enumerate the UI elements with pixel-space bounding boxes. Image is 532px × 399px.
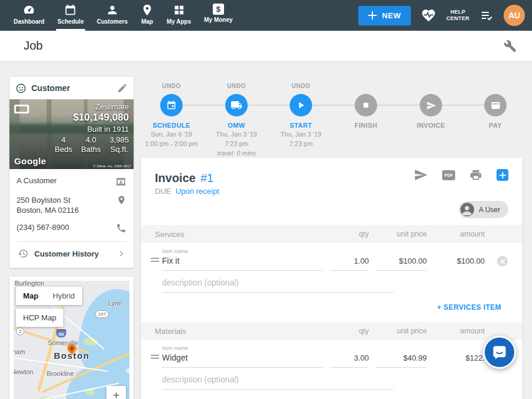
print-icon[interactable] xyxy=(469,168,482,181)
nav-right: NEW HELP CENTER AU xyxy=(358,5,525,26)
material-qty-input[interactable] xyxy=(330,352,369,368)
zoom-in-button[interactable]: + xyxy=(106,386,126,399)
add-invoice-icon[interactable] xyxy=(497,169,508,181)
customer-details: A Customer 250 Boylston St Boston, MA 02… xyxy=(9,169,134,268)
nav-label: Customers xyxy=(97,18,128,25)
zillow-copyright: © Zillow, Inc. 2006-2017 xyxy=(93,164,131,168)
job-tools-icon[interactable] xyxy=(504,40,517,53)
map-canvas[interactable]: Burlington Lynn 107 2 93 Somerville ham … xyxy=(14,281,129,399)
play-step-icon[interactable] xyxy=(290,94,312,116)
location-pin-icon[interactable] xyxy=(116,195,126,205)
unit-price-column-header: unit price xyxy=(376,230,427,238)
service-item-row: Item name $100.00 xyxy=(141,243,523,271)
add-services-item-button[interactable]: + SERVICES ITEM xyxy=(437,303,501,312)
service-description-input[interactable] xyxy=(162,273,394,293)
truck-step-icon[interactable] xyxy=(225,94,248,116)
contact-card-icon[interactable] xyxy=(115,176,126,187)
phone-icon[interactable] xyxy=(116,223,126,233)
help-center-line1: HELP xyxy=(446,9,469,15)
drag-handle-icon[interactable] xyxy=(148,258,162,271)
zestimate-label: Zestimate xyxy=(55,102,129,111)
timeline-step-invoice: INVOICE xyxy=(395,77,466,129)
timeline-step-finish: FINISH xyxy=(330,77,401,129)
hcp-map-button[interactable]: HCP Map xyxy=(16,309,63,327)
address-line2: Boston, MA 02116 xyxy=(17,205,79,215)
assignee-name: A User xyxy=(479,206,500,214)
step-label: START xyxy=(265,122,336,129)
material-unit-price-input[interactable] xyxy=(376,352,427,368)
schedule-step-icon[interactable] xyxy=(160,94,183,116)
pdf-icon[interactable]: PDF xyxy=(442,170,455,180)
nav-label: Schedule xyxy=(57,18,83,25)
material-name-input[interactable] xyxy=(162,351,323,368)
customer-history-link[interactable]: Customer History xyxy=(17,242,126,265)
nav-label: My Money xyxy=(204,17,232,23)
materials-title: Materials xyxy=(155,327,323,336)
amount-column-header: amount xyxy=(434,230,485,238)
send-invoice-icon[interactable] xyxy=(414,168,428,182)
card-step-icon[interactable] xyxy=(484,94,507,116)
service-name-input[interactable] xyxy=(162,254,323,271)
remove-item-icon[interactable] xyxy=(497,256,508,267)
job-bar: Job xyxy=(0,31,532,61)
stop-step-icon[interactable] xyxy=(355,94,377,116)
nav-item-map[interactable]: Map xyxy=(134,0,160,31)
assignee-chip[interactable]: A User xyxy=(459,201,508,218)
stat-sqft: 3,985 Sq.ft. xyxy=(109,135,129,154)
add-materials-row: + MATERIALS ITEM xyxy=(141,390,523,399)
nav-item-schedule[interactable]: Schedule xyxy=(51,0,90,31)
map-type-toggle: Map Hybrid xyxy=(16,287,82,305)
plus-icon xyxy=(368,11,377,20)
invoice-card: Invoice #1 PDF DUE Upon receipt A User xyxy=(141,158,523,399)
customer-phone: (234) 567-8900 xyxy=(17,223,69,232)
invoice-title: Invoice xyxy=(155,171,196,185)
stat-beds: 4 Beds xyxy=(55,135,73,154)
map-label-waltham: ham xyxy=(14,348,25,355)
chat-fab-button[interactable] xyxy=(483,336,516,369)
materials-section-header: Materials qty unit price amount xyxy=(141,322,523,340)
map-button[interactable]: Map xyxy=(16,287,46,305)
service-unit-price-input[interactable] xyxy=(376,255,427,271)
service-qty-input[interactable] xyxy=(330,255,369,271)
material-description-input[interactable] xyxy=(162,370,394,390)
step-date: Thu, Jan 3 '19 xyxy=(201,130,272,138)
stat-label: Beds xyxy=(55,145,73,154)
nav-item-dashboard[interactable]: Dashboard xyxy=(7,0,51,31)
step-time: 7:23 pm xyxy=(265,140,336,148)
top-nav: Dashboard Schedule Customers Map My Apps… xyxy=(0,0,532,31)
route-shield-93: 93 xyxy=(56,329,66,338)
property-photo[interactable]: Zestimate $10,149,080 Built in 1911 4 Be… xyxy=(9,99,134,169)
drag-handle-icon[interactable] xyxy=(148,355,162,368)
hybrid-button[interactable]: Hybrid xyxy=(46,287,82,305)
user-avatar[interactable]: AU xyxy=(504,5,525,26)
street-view-icon[interactable] xyxy=(14,105,29,113)
zestimate-value: $10,149,080 xyxy=(55,112,129,124)
map-label-brookline: Brookline xyxy=(47,370,74,377)
nav-item-my-money[interactable]: $ My Money xyxy=(197,0,239,31)
new-button[interactable]: NEW xyxy=(358,6,411,25)
undo-start-button[interactable]: UNDO xyxy=(265,83,336,90)
due-label: DUE xyxy=(155,187,171,196)
map-label-newton: Newton xyxy=(14,368,33,375)
stat-label: Sq.ft. xyxy=(109,145,129,154)
help-center-line2: CENTER xyxy=(446,15,469,22)
undo-omw-button[interactable]: UNDO xyxy=(201,83,272,90)
map-pin-icon xyxy=(141,4,154,17)
stat-baths: 4.0 Baths xyxy=(81,135,100,154)
edit-pencil-icon[interactable] xyxy=(117,83,128,93)
nav-item-my-apps[interactable]: My Apps xyxy=(160,0,197,31)
nav-item-customers[interactable]: Customers xyxy=(90,0,134,31)
heart-pulse-icon[interactable] xyxy=(421,8,436,23)
chat-bubble-icon xyxy=(491,344,508,361)
property-stats: 4 Beds 4.0 Baths 3,985 Sq.ft. xyxy=(55,135,129,154)
qty-column-header: qty xyxy=(330,230,369,238)
stat-label: Baths xyxy=(81,145,100,154)
help-center-link[interactable]: HELP CENTER xyxy=(446,9,469,22)
send-step-icon[interactable] xyxy=(420,94,442,116)
step-label: FINISH xyxy=(330,122,401,129)
material-description-row xyxy=(141,368,523,390)
timeline-step-start: UNDO START Thu, Jan 3 '19 7:23 pm xyxy=(265,77,336,148)
task-list-icon[interactable] xyxy=(479,8,494,22)
due-value-link[interactable]: Upon receipt xyxy=(176,187,219,196)
undo-schedule-button[interactable]: UNDO xyxy=(136,83,207,90)
